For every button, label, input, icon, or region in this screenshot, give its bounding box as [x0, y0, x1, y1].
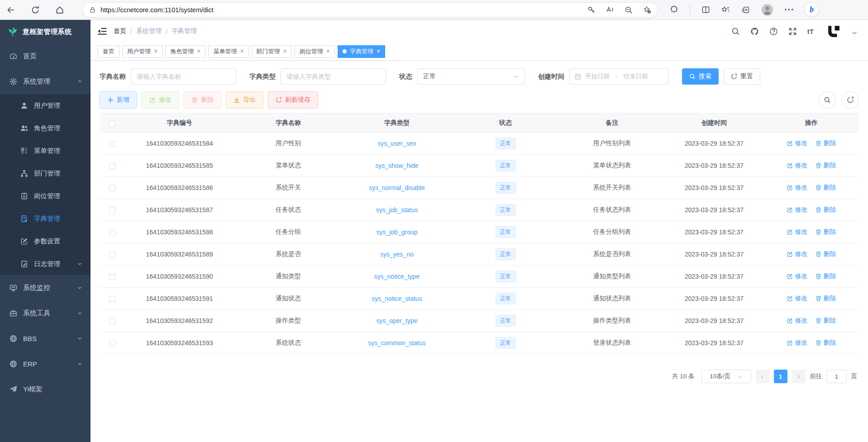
dict-type-link[interactable]: sys_user_sex	[377, 140, 416, 147]
row-checkbox[interactable]	[109, 274, 115, 280]
close-icon[interactable]: ×	[377, 48, 380, 54]
tab-post-mgmt[interactable]: 岗位管理×	[295, 45, 335, 58]
row-delete-link[interactable]: 删除	[816, 295, 836, 303]
sidebar-fold-icon[interactable]	[97, 27, 107, 35]
sidebar-item-post-mgmt[interactable]: 岗位管理	[0, 185, 91, 207]
dict-name-input[interactable]	[131, 68, 236, 85]
sidebar-item-user-mgmt[interactable]: 用户管理	[0, 94, 91, 117]
tab-dept-mgmt[interactable]: 部门管理×	[252, 45, 292, 58]
sidebar-item-dept-mgmt[interactable]: 部门管理	[0, 162, 91, 185]
prev-page-button[interactable]	[756, 370, 769, 383]
sidebar-item-log-mgmt[interactable]: 日志管理	[0, 252, 91, 275]
dict-type-link[interactable]: sys_notice_type	[374, 273, 420, 280]
dict-type-link[interactable]: sys_show_hide	[375, 162, 419, 169]
row-delete-link[interactable]: 删除	[816, 272, 836, 280]
goto-page-input[interactable]	[827, 370, 847, 383]
row-edit-link[interactable]: 修改	[787, 295, 808, 303]
row-edit-link[interactable]: 修改	[787, 250, 808, 258]
row-checkbox[interactable]	[109, 163, 115, 169]
sidebar-item-bbs[interactable]: BBS	[0, 326, 91, 351]
close-icon[interactable]: ×	[326, 48, 330, 54]
tab-home[interactable]: 首页	[98, 45, 119, 58]
user-avatar-logo[interactable]	[826, 24, 841, 39]
url-text[interactable]: https://ccnetcore.com:1101/system/dict	[100, 6, 587, 14]
close-icon[interactable]: ×	[240, 48, 243, 54]
row-edit-link[interactable]: 修改	[787, 206, 808, 214]
reset-button[interactable]: 重置	[724, 68, 760, 85]
sidebar-item-erp[interactable]: ERP	[0, 351, 91, 376]
sidebar-item-dict-mgmt[interactable]: 字典管理	[0, 207, 91, 230]
row-edit-link[interactable]: 修改	[787, 139, 808, 147]
row-delete-link[interactable]: 删除	[816, 317, 836, 325]
github-icon[interactable]	[750, 27, 759, 36]
address-bar[interactable]: https://ccnetcore.com:1101/system/dict	[82, 2, 658, 18]
dict-type-link[interactable]: sys_common_status	[368, 339, 426, 347]
app-logo[interactable]: 意框架管理系统	[0, 20, 91, 43]
status-select[interactable]: 正常	[417, 68, 525, 85]
current-page[interactable]: 1	[774, 370, 787, 383]
row-checkbox[interactable]	[109, 207, 115, 214]
dict-type-input[interactable]	[281, 68, 386, 85]
tab-dict-mgmt[interactable]: 字典管理×	[338, 45, 385, 58]
row-delete-link[interactable]: 删除	[816, 139, 836, 147]
row-delete-link[interactable]: 删除	[816, 250, 836, 258]
row-delete-link[interactable]: 删除	[816, 184, 836, 192]
bing-chat-icon[interactable]: b	[805, 3, 819, 17]
refresh-cache-button[interactable]: 刷新缓存	[268, 91, 318, 109]
search-button[interactable]: 搜索	[682, 68, 719, 85]
show-search-button[interactable]	[819, 91, 836, 109]
key-icon[interactable]	[587, 6, 596, 14]
refresh-table-button[interactable]	[842, 91, 859, 109]
row-checkbox[interactable]	[109, 296, 115, 302]
close-icon[interactable]: ×	[283, 48, 287, 54]
split-screen-icon[interactable]	[701, 5, 710, 14]
help-icon[interactable]	[769, 27, 778, 36]
zoom-out-icon[interactable]	[625, 6, 633, 14]
refresh-icon[interactable]	[31, 5, 40, 14]
edit-button[interactable]: 修改	[142, 91, 179, 109]
row-delete-link[interactable]: 删除	[816, 162, 836, 170]
home-icon[interactable]	[55, 5, 64, 14]
font-size-icon[interactable]: tT	[807, 28, 814, 35]
tab-role-mgmt[interactable]: 角色管理×	[165, 45, 205, 58]
row-checkbox[interactable]	[109, 141, 115, 147]
read-aloud-icon[interactable]	[606, 6, 614, 14]
row-delete-link[interactable]: 删除	[816, 206, 836, 214]
add-button[interactable]: 新增	[100, 91, 137, 109]
dict-type-link[interactable]: sys_job_status	[376, 206, 418, 214]
favorites-hub-icon[interactable]	[721, 5, 730, 14]
delete-button[interactable]: 删除	[184, 91, 221, 109]
dict-type-link[interactable]: sys_yes_no	[380, 251, 414, 258]
breadcrumb-home[interactable]: 首页	[114, 27, 126, 35]
next-page-button[interactable]	[792, 370, 806, 383]
sidebar-item-system-monitor[interactable]: 系统监控	[0, 275, 91, 300]
extensions-icon[interactable]	[670, 5, 678, 14]
sidebar-item-system-mgmt[interactable]: 系统管理	[0, 69, 91, 94]
profile-avatar[interactable]	[761, 4, 773, 16]
row-edit-link[interactable]: 修改	[787, 228, 808, 236]
row-delete-link[interactable]: 删除	[816, 339, 836, 347]
dict-type-link[interactable]: sys_notice_status	[372, 295, 422, 302]
dict-type-link[interactable]: sys_normal_disable	[369, 184, 425, 191]
sidebar-item-home[interactable]: 首页	[0, 43, 91, 69]
collections-icon[interactable]	[741, 5, 750, 14]
row-checkbox[interactable]	[109, 252, 115, 258]
row-edit-link[interactable]: 修改	[787, 317, 808, 325]
row-edit-link[interactable]: 修改	[787, 184, 808, 192]
more-icon[interactable]	[785, 9, 793, 11]
row-delete-link[interactable]: 删除	[816, 228, 836, 236]
row-checkbox[interactable]	[109, 340, 115, 347]
close-icon[interactable]: ×	[197, 48, 200, 54]
date-range-picker[interactable]: 开始日期 - 结束日期	[569, 68, 669, 85]
row-checkbox[interactable]	[109, 318, 115, 324]
row-edit-link[interactable]: 修改	[787, 162, 808, 170]
row-checkbox[interactable]	[109, 185, 115, 191]
fullscreen-icon[interactable]	[788, 27, 797, 36]
sidebar-item-role-mgmt[interactable]: 角色管理	[0, 117, 91, 139]
close-icon[interactable]: ×	[154, 48, 157, 54]
page-size-select[interactable]: 10条/页	[701, 370, 751, 383]
select-all-checkbox[interactable]	[109, 120, 115, 127]
sidebar-item-yi-framework[interactable]: Yi框架	[0, 376, 91, 402]
chevron-down-icon[interactable]	[852, 31, 857, 35]
tab-menu-mgmt[interactable]: 菜单管理×	[208, 45, 248, 58]
